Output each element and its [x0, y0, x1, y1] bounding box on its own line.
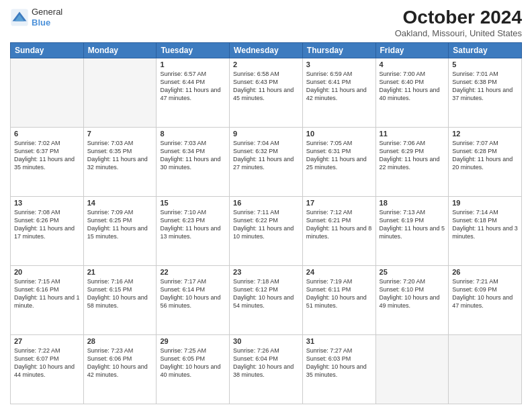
day-number: 22	[160, 268, 226, 276]
calendar-cell: 27Sunrise: 7:22 AM Sunset: 6:07 PM Dayli…	[11, 335, 84, 404]
day-number: 23	[233, 268, 299, 276]
cell-info: Sunrise: 7:01 AM Sunset: 6:38 PM Dayligh…	[452, 70, 518, 103]
day-header-friday: Friday	[375, 43, 449, 58]
cell-info: Sunrise: 7:06 AM Sunset: 6:29 PM Dayligh…	[380, 139, 445, 172]
calendar-cell: 11Sunrise: 7:06 AM Sunset: 6:29 PM Dayli…	[375, 128, 449, 197]
calendar-cell: 16Sunrise: 7:11 AM Sunset: 6:22 PM Dayli…	[230, 197, 303, 266]
calendar-cell: 26Sunrise: 7:21 AM Sunset: 6:09 PM Dayli…	[449, 266, 522, 335]
calendar-cell: 28Sunrise: 7:23 AM Sunset: 6:06 PM Dayli…	[83, 335, 157, 404]
day-number: 16	[233, 199, 299, 207]
cell-info: Sunrise: 7:20 AM Sunset: 6:10 PM Dayligh…	[380, 277, 445, 310]
calendar-cell: 29Sunrise: 7:25 AM Sunset: 6:05 PM Dayli…	[157, 335, 230, 404]
calendar-cell	[375, 335, 449, 404]
day-number: 26	[452, 268, 518, 276]
logo-general: General	[32, 7, 62, 17]
cell-info: Sunrise: 7:23 AM Sunset: 6:06 PM Dayligh…	[87, 347, 153, 379]
day-number: 30	[233, 337, 299, 345]
cell-info: Sunrise: 7:05 AM Sunset: 6:31 PM Dayligh…	[306, 139, 372, 172]
calendar-cell: 5Sunrise: 7:01 AM Sunset: 6:38 PM Daylig…	[449, 58, 522, 128]
day-number: 11	[380, 130, 445, 138]
calendar-cell: 3Sunrise: 6:59 AM Sunset: 6:41 PM Daylig…	[302, 58, 375, 128]
cell-info: Sunrise: 7:25 AM Sunset: 6:05 PM Dayligh…	[160, 347, 226, 379]
day-header-saturday: Saturday	[449, 43, 522, 58]
day-number: 6	[14, 130, 80, 138]
day-number: 20	[14, 268, 80, 276]
cell-info: Sunrise: 7:26 AM Sunset: 6:04 PM Dayligh…	[233, 347, 299, 379]
calendar-cell: 9Sunrise: 7:04 AM Sunset: 6:32 PM Daylig…	[230, 128, 303, 197]
calendar-cell: 8Sunrise: 7:03 AM Sunset: 6:34 PM Daylig…	[157, 128, 230, 197]
calendar-week-row: 1Sunrise: 6:57 AM Sunset: 6:44 PM Daylig…	[11, 58, 522, 128]
calendar-cell: 6Sunrise: 7:02 AM Sunset: 6:37 PM Daylig…	[11, 128, 84, 197]
calendar-week-row: 27Sunrise: 7:22 AM Sunset: 6:07 PM Dayli…	[11, 335, 522, 404]
day-number: 1	[160, 60, 226, 68]
calendar-cell: 14Sunrise: 7:09 AM Sunset: 6:25 PM Dayli…	[83, 197, 157, 266]
location: Oakland, Missouri, United States	[395, 28, 522, 38]
calendar-cell: 2Sunrise: 6:58 AM Sunset: 6:43 PM Daylig…	[230, 58, 303, 128]
cell-info: Sunrise: 7:08 AM Sunset: 6:26 PM Dayligh…	[14, 208, 80, 241]
day-number: 14	[87, 199, 153, 207]
month-title: October 2024	[395, 7, 522, 28]
cell-info: Sunrise: 7:21 AM Sunset: 6:09 PM Dayligh…	[452, 277, 518, 310]
day-number: 13	[14, 199, 80, 207]
calendar-cell: 17Sunrise: 7:12 AM Sunset: 6:21 PM Dayli…	[302, 197, 375, 266]
day-number: 19	[452, 199, 518, 207]
cell-info: Sunrise: 7:17 AM Sunset: 6:14 PM Dayligh…	[160, 277, 226, 310]
cell-info: Sunrise: 7:02 AM Sunset: 6:37 PM Dayligh…	[14, 139, 80, 172]
day-header-monday: Monday	[83, 43, 157, 58]
calendar-cell: 10Sunrise: 7:05 AM Sunset: 6:31 PM Dayli…	[302, 128, 375, 197]
cell-info: Sunrise: 7:03 AM Sunset: 6:35 PM Dayligh…	[87, 139, 153, 172]
calendar-cell: 18Sunrise: 7:13 AM Sunset: 6:19 PM Dayli…	[375, 197, 449, 266]
day-number: 27	[14, 337, 80, 345]
day-number: 4	[380, 60, 445, 68]
day-header-tuesday: Tuesday	[157, 43, 230, 58]
calendar-cell: 25Sunrise: 7:20 AM Sunset: 6:10 PM Dayli…	[375, 266, 449, 335]
calendar-cell: 15Sunrise: 7:10 AM Sunset: 6:23 PM Dayli…	[157, 197, 230, 266]
day-header-sunday: Sunday	[11, 43, 84, 58]
day-number: 10	[306, 130, 372, 138]
calendar-header-row: SundayMondayTuesdayWednesdayThursdayFrid…	[11, 43, 522, 58]
cell-info: Sunrise: 7:14 AM Sunset: 6:18 PM Dayligh…	[452, 208, 518, 241]
calendar-cell: 12Sunrise: 7:07 AM Sunset: 6:28 PM Dayli…	[449, 128, 522, 197]
cell-info: Sunrise: 7:27 AM Sunset: 6:03 PM Dayligh…	[306, 347, 372, 379]
cell-info: Sunrise: 7:10 AM Sunset: 6:23 PM Dayligh…	[160, 208, 226, 241]
title-section: October 2024 Oakland, Missouri, United S…	[395, 7, 522, 38]
cell-info: Sunrise: 7:00 AM Sunset: 6:40 PM Dayligh…	[380, 70, 445, 103]
calendar-table: SundayMondayTuesdayWednesdayThursdayFrid…	[10, 42, 522, 404]
cell-info: Sunrise: 7:12 AM Sunset: 6:21 PM Dayligh…	[306, 208, 372, 241]
day-number: 24	[306, 268, 372, 276]
cell-info: Sunrise: 7:07 AM Sunset: 6:28 PM Dayligh…	[452, 139, 518, 172]
cell-info: Sunrise: 6:57 AM Sunset: 6:44 PM Dayligh…	[160, 70, 226, 103]
cell-info: Sunrise: 7:13 AM Sunset: 6:19 PM Dayligh…	[380, 208, 445, 241]
calendar-cell: 13Sunrise: 7:08 AM Sunset: 6:26 PM Dayli…	[11, 197, 84, 266]
calendar-cell: 7Sunrise: 7:03 AM Sunset: 6:35 PM Daylig…	[83, 128, 157, 197]
header: General Blue October 2024 Oakland, Misso…	[10, 7, 522, 38]
cell-info: Sunrise: 7:16 AM Sunset: 6:15 PM Dayligh…	[87, 277, 153, 310]
day-number: 18	[380, 199, 445, 207]
cell-info: Sunrise: 6:58 AM Sunset: 6:43 PM Dayligh…	[233, 70, 299, 103]
day-number: 21	[87, 268, 153, 276]
page: General Blue October 2024 Oakland, Misso…	[0, 0, 532, 411]
calendar-cell: 30Sunrise: 7:26 AM Sunset: 6:04 PM Dayli…	[230, 335, 303, 404]
calendar-week-row: 20Sunrise: 7:15 AM Sunset: 6:16 PM Dayli…	[11, 266, 522, 335]
day-number: 12	[452, 130, 518, 138]
calendar-cell: 1Sunrise: 6:57 AM Sunset: 6:44 PM Daylig…	[157, 58, 230, 128]
calendar-cell: 21Sunrise: 7:16 AM Sunset: 6:15 PM Dayli…	[83, 266, 157, 335]
calendar-cell: 19Sunrise: 7:14 AM Sunset: 6:18 PM Dayli…	[449, 197, 522, 266]
calendar-cell: 22Sunrise: 7:17 AM Sunset: 6:14 PM Dayli…	[157, 266, 230, 335]
day-header-wednesday: Wednesday	[230, 43, 303, 58]
cell-info: Sunrise: 7:09 AM Sunset: 6:25 PM Dayligh…	[87, 208, 153, 241]
day-number: 15	[160, 199, 226, 207]
day-number: 7	[87, 130, 153, 138]
calendar-cell	[11, 58, 84, 128]
cell-info: Sunrise: 7:11 AM Sunset: 6:22 PM Dayligh…	[233, 208, 299, 241]
day-number: 2	[233, 60, 299, 68]
calendar-week-row: 13Sunrise: 7:08 AM Sunset: 6:26 PM Dayli…	[11, 197, 522, 266]
cell-info: Sunrise: 7:19 AM Sunset: 6:11 PM Dayligh…	[306, 277, 372, 310]
day-number: 25	[380, 268, 445, 276]
day-header-thursday: Thursday	[302, 43, 375, 58]
day-number: 5	[452, 60, 518, 68]
logo-text: General Blue	[32, 7, 62, 28]
day-number: 28	[87, 337, 153, 345]
logo-blue: Blue	[32, 17, 62, 28]
cell-info: Sunrise: 7:04 AM Sunset: 6:32 PM Dayligh…	[233, 139, 299, 172]
